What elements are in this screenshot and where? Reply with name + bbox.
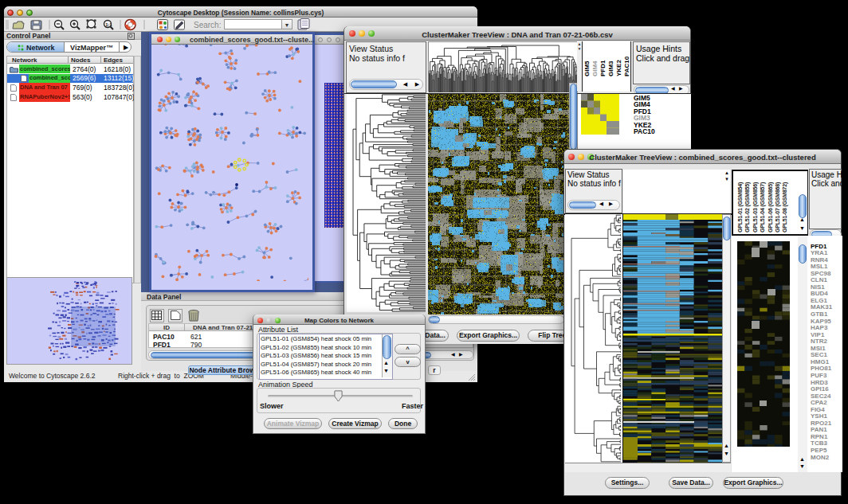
svg-text:Search:: Search:: [194, 21, 221, 29]
svg-text:1:1: 1:1: [105, 22, 112, 27]
